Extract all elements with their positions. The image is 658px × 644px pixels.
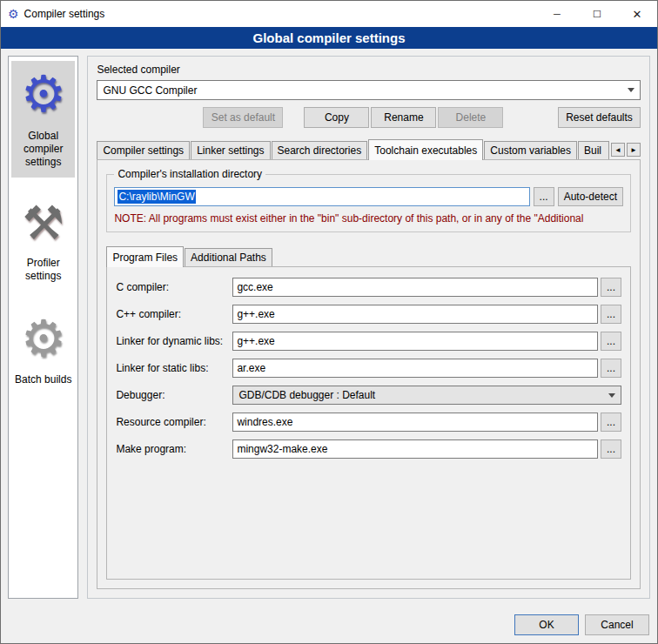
cancel-button[interactable]: Cancel: [585, 614, 649, 635]
dynamic-linker-input[interactable]: [232, 332, 598, 351]
cpp-compiler-row: C++ compiler: ...: [116, 305, 621, 324]
caption-buttons: ─ ☐ ✕: [537, 1, 657, 27]
sidebar-item-profiler-settings[interactable]: ⚒ Profiler settings: [11, 191, 75, 292]
dynamic-linker-label: Linker for dynamic libs:: [116, 335, 232, 347]
installation-directory-group: Compiler's installation directory C:\ray…: [106, 174, 631, 232]
gear-gray-icon: ⚙: [21, 312, 66, 366]
installation-directory-input[interactable]: C:\raylib\MinGW: [114, 187, 529, 206]
tab-additional-paths[interactable]: Additional Paths: [185, 248, 272, 266]
browse-directory-button[interactable]: ...: [534, 187, 554, 206]
program-files-tabbar: Program Files Additional Paths: [106, 246, 631, 266]
installation-directory-label: Compiler's installation directory: [114, 168, 265, 180]
static-linker-browse-button[interactable]: ...: [601, 359, 621, 378]
make-program-input[interactable]: [232, 439, 598, 459]
toolchain-page: Compiler's installation directory C:\ray…: [97, 159, 641, 589]
c-compiler-browse-button[interactable]: ...: [601, 278, 621, 297]
page-title: Global compiler settings: [1, 27, 657, 49]
chevron-down-icon: [608, 393, 615, 398]
cpp-compiler-label: C++ compiler:: [116, 308, 232, 320]
compiler-settings-dialog: { "window": { "title": "Compiler setting…: [0, 0, 658, 644]
compiler-select-value: GNU GCC Compiler: [103, 84, 622, 97]
cpp-compiler-browse-button[interactable]: ...: [601, 305, 621, 324]
window-title: Compiler settings: [24, 8, 105, 20]
tab-search-directories[interactable]: Search directories: [272, 141, 368, 159]
close-button[interactable]: ✕: [617, 1, 657, 27]
c-compiler-label: C compiler:: [116, 281, 232, 293]
sidebar-item-batch-builds[interactable]: ⚙ Batch builds: [11, 305, 75, 396]
sidebar-item-label: Batch builds: [15, 373, 71, 386]
installation-directory-row: C:\raylib\MinGW ... Auto-detect: [114, 187, 623, 206]
delete-button[interactable]: Delete: [438, 107, 503, 128]
chevron-down-icon: [628, 88, 634, 92]
maximize-button[interactable]: ☐: [577, 1, 617, 27]
debugger-select-value: GDB/CDB debugger : Default: [238, 389, 603, 401]
set-as-default-button[interactable]: Set as default: [203, 107, 283, 128]
settings-tabbar: Compiler settings Linker settings Search…: [97, 139, 641, 159]
bin-subdirectory-note: NOTE: All programs must exist either in …: [114, 212, 623, 225]
tab-linker-settings[interactable]: Linker settings: [191, 141, 270, 159]
gear-blue-icon: ⚙: [21, 68, 66, 121]
cpp-compiler-input[interactable]: [232, 305, 598, 324]
resource-compiler-browse-button[interactable]: ...: [601, 413, 621, 432]
c-compiler-input[interactable]: [232, 278, 598, 297]
resource-compiler-row: Resource compiler: ...: [116, 413, 621, 432]
compiler-button-row: Set as default Copy Rename Delete Reset …: [97, 107, 641, 128]
program-files-panel: C compiler: ... C++ compiler: ... Linker…: [106, 266, 631, 580]
dynamic-linker-row: Linker for dynamic libs: ...: [116, 332, 621, 351]
make-program-label: Make program:: [116, 443, 232, 455]
installation-directory-value: C:\raylib\MinGW: [118, 190, 195, 204]
app-gear-icon: ⚙: [8, 8, 19, 20]
dialog-footer: OK Cancel: [1, 606, 657, 635]
tab-toolchain-executables[interactable]: Toolchain executables: [368, 139, 483, 160]
debugger-label: Debugger:: [116, 389, 232, 401]
tab-scrollers: ◄ ►: [611, 143, 641, 157]
resource-compiler-label: Resource compiler:: [116, 416, 232, 428]
resource-compiler-input[interactable]: [232, 413, 598, 432]
profiler-icon: ⚒: [23, 198, 64, 248]
sidebar-item-label: Profiler settings: [13, 257, 73, 283]
tab-scroll-right-icon[interactable]: ►: [627, 143, 641, 157]
debugger-select[interactable]: GDB/CDB debugger : Default: [232, 386, 621, 405]
copy-button[interactable]: Copy: [304, 107, 369, 128]
dialog-content: ⚙ Global compiler settings ⚒ Profiler se…: [1, 49, 657, 606]
make-program-browse-button[interactable]: ...: [601, 439, 621, 459]
tab-custom-variables[interactable]: Custom variables: [484, 141, 577, 159]
selected-compiler-label: Selected compiler: [97, 64, 641, 76]
make-program-row: Make program: ...: [116, 439, 621, 459]
tab-build-options[interactable]: Buil: [578, 141, 609, 159]
ok-button[interactable]: OK: [514, 614, 579, 635]
debugger-row: Debugger: GDB/CDB debugger : Default: [116, 386, 621, 405]
sidebar-item-label: Global compiler settings: [13, 130, 73, 169]
titlebar: ⚙ Compiler settings ─ ☐ ✕: [1, 1, 657, 27]
main-panel: Selected compiler GNU GCC Compiler Set a…: [87, 56, 650, 599]
category-sidebar: ⚙ Global compiler settings ⚒ Profiler se…: [8, 56, 78, 599]
static-linker-label: Linker for static libs:: [116, 362, 232, 374]
minimize-button[interactable]: ─: [537, 1, 577, 27]
reset-defaults-button[interactable]: Reset defaults: [558, 107, 641, 128]
compiler-select[interactable]: GNU GCC Compiler: [97, 80, 641, 100]
tab-program-files[interactable]: Program Files: [106, 246, 184, 267]
sidebar-item-global-compiler-settings[interactable]: ⚙ Global compiler settings: [11, 61, 75, 178]
static-linker-row: Linker for static libs: ...: [116, 359, 621, 378]
rename-button[interactable]: Rename: [371, 107, 436, 128]
dynamic-linker-browse-button[interactable]: ...: [601, 332, 621, 351]
tab-scroll-left-icon[interactable]: ◄: [611, 143, 625, 157]
static-linker-input[interactable]: [232, 359, 598, 378]
c-compiler-row: C compiler: ...: [116, 278, 621, 297]
tab-compiler-settings[interactable]: Compiler settings: [97, 141, 190, 159]
auto-detect-button[interactable]: Auto-detect: [558, 187, 623, 206]
